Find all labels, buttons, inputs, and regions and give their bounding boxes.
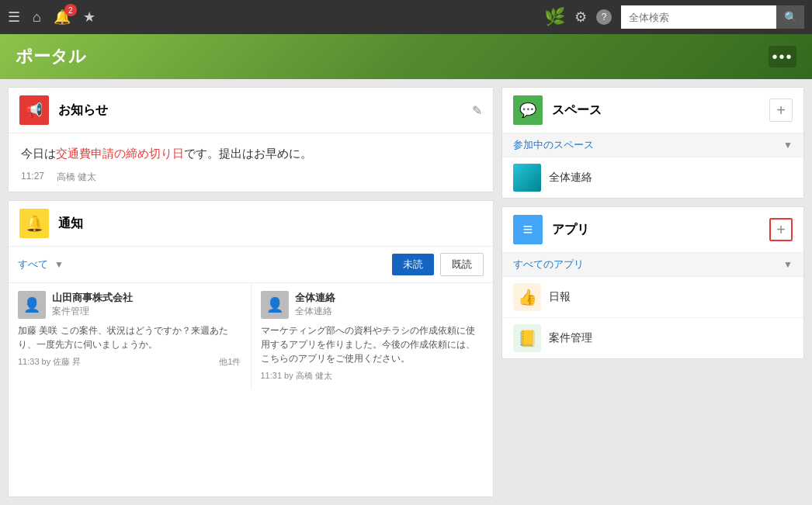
- right-panel: 💬 スペース + 参加中のスペース ▼ 全体連絡 ≡ アプリ + すべてのアプリ: [501, 87, 804, 497]
- notification-header: 🔔 通知: [9, 201, 493, 247]
- notif-item-footer: 11:31 by 高橋 健太: [261, 370, 484, 382]
- spaces-icon: 💬: [513, 95, 543, 125]
- space-name: 全体連絡: [549, 171, 592, 185]
- apps-chevron-icon[interactable]: ▼: [783, 259, 793, 270]
- notification-card: 🔔 通知 すべて ▼ 未読 既読 👤 山田商事株式会社 案件管理: [8, 200, 494, 497]
- space-item[interactable]: 全体連絡: [502, 157, 803, 198]
- bell-badge: 2: [64, 4, 77, 16]
- avatar: 👤: [261, 291, 289, 319]
- filter-all-link[interactable]: すべて: [18, 258, 48, 272]
- bell-wrap[interactable]: 🔔 2: [54, 9, 71, 26]
- notification-items: 👤 山田商事株式会社 案件管理 加藤 美咲 この案件、状況はどうですか？来週あた…: [9, 283, 493, 389]
- home-icon[interactable]: ⌂: [33, 9, 41, 26]
- search-bar: 🔍: [621, 5, 804, 29]
- apps-header: ≡ アプリ +: [502, 207, 803, 253]
- nav-left: ☰ ⌂ 🔔 2 ★: [8, 9, 532, 26]
- spaces-subheader-label: 参加中のスペース: [513, 138, 783, 152]
- top-nav: ☰ ⌂ 🔔 2 ★ 🌿 ⚙ ? 🔍: [0, 0, 812, 34]
- notif-item-footer: 11:33 by 佐藤 昇 他1件: [18, 356, 241, 368]
- btn-read[interactable]: 既読: [440, 253, 484, 276]
- notification-filter-bar: すべて ▼ 未読 既読: [9, 247, 493, 283]
- star-icon[interactable]: ★: [83, 9, 95, 26]
- apps-icon: ≡: [513, 215, 543, 244]
- announcement-text: 今日は交通費申請の締め切り日です。提出はお早めに。: [21, 144, 481, 163]
- app-thumbnail-nippo: 👍: [513, 283, 541, 311]
- apps-subheader-label: すべてのアプリ: [513, 258, 783, 272]
- logo-icon: 🌿: [544, 7, 565, 27]
- portal-more-button[interactable]: •••: [769, 46, 796, 67]
- app-item-nippo[interactable]: 👍 日報: [502, 277, 803, 318]
- announcement-link[interactable]: 交通費申請の締め切り日: [56, 147, 184, 160]
- spaces-header: 💬 スペース +: [502, 88, 803, 133]
- notif-item-more[interactable]: 他1件: [219, 356, 241, 368]
- notif-item-body: 加藤 美咲 この案件、状況はどうですか？来週あたり、一度先方に伺いましょうか。: [18, 323, 241, 351]
- apps-title: アプリ: [552, 222, 769, 238]
- notification-item: 👤 全体連絡 全体連絡 マーケティング部への資料やチラシの作成依頼に使用するアプ…: [252, 283, 494, 389]
- app-name-anken: 案件管理: [549, 331, 592, 345]
- notif-item-company: 山田商事株式会社: [52, 291, 133, 305]
- notification-title: 通知: [58, 216, 482, 232]
- app-item-anken[interactable]: 📒 案件管理: [502, 318, 803, 358]
- help-icon[interactable]: ?: [596, 9, 612, 25]
- apps-section: ≡ アプリ + すべてのアプリ ▼ 👍 日報 📒 案件管理: [501, 206, 804, 359]
- notif-item-app: 案件管理: [52, 305, 133, 318]
- notif-item-company: 全体連絡: [295, 291, 335, 305]
- notif-item-body: マーケティング部への資料やチラシの作成依頼に使用するアプリを作りました。今後の作…: [261, 323, 484, 365]
- gear-icon[interactable]: ⚙: [574, 9, 587, 26]
- portal-title: ポータル: [16, 45, 86, 68]
- apps-subheader: すべてのアプリ ▼: [502, 253, 803, 277]
- filter-chevron-icon[interactable]: ▼: [54, 259, 64, 270]
- space-thumbnail: [513, 164, 541, 192]
- notif-item-time: 11:33 by 佐藤 昇: [18, 356, 81, 368]
- search-input[interactable]: [621, 5, 776, 29]
- left-panel: 📢 お知らせ ✎ 今日は交通費申請の締め切り日です。提出はお早めに。 11:27…: [8, 87, 494, 497]
- notification-icon: 🔔: [19, 209, 49, 238]
- announcement-edit-button[interactable]: ✎: [472, 103, 482, 118]
- avatar: 👤: [18, 291, 46, 319]
- nav-right: 🌿 ⚙ ? 🔍: [544, 5, 804, 29]
- apps-add-button[interactable]: +: [769, 218, 793, 241]
- notif-item-time: 11:31 by 高橋 健太: [261, 370, 332, 382]
- announcement-title: お知らせ: [58, 102, 472, 119]
- announcement-header: 📢 お知らせ ✎: [9, 88, 493, 133]
- announcement-meta: 11:27 高橋 健太: [21, 171, 481, 184]
- announcement-card: 📢 お知らせ ✎ 今日は交通費申請の締め切り日です。提出はお早めに。 11:27…: [8, 87, 494, 192]
- spaces-add-button[interactable]: +: [769, 99, 793, 122]
- search-button[interactable]: 🔍: [776, 5, 804, 29]
- menu-icon[interactable]: ☰: [8, 9, 20, 26]
- spaces-subheader: 参加中のスペース ▼: [502, 133, 803, 157]
- announcement-time: 11:27: [21, 171, 44, 184]
- notif-item-app: 全体連絡: [295, 305, 335, 318]
- spaces-title: スペース: [552, 102, 769, 119]
- announcement-author: 高橋 健太: [57, 171, 96, 184]
- announcement-body: 今日は交通費申請の締め切り日です。提出はお早めに。 11:27 高橋 健太: [9, 133, 493, 192]
- spaces-section: 💬 スペース + 参加中のスペース ▼ 全体連絡: [501, 87, 804, 199]
- announcement-icon: 📢: [19, 95, 49, 125]
- spaces-chevron-icon[interactable]: ▼: [783, 140, 793, 150]
- app-thumbnail-anken: 📒: [513, 324, 541, 352]
- portal-header: ポータル •••: [0, 34, 812, 79]
- notif-item-header: 👤 山田商事株式会社 案件管理: [18, 291, 241, 319]
- btn-unread[interactable]: 未読: [392, 254, 434, 275]
- main-content: 📢 お知らせ ✎ 今日は交通費申請の締め切り日です。提出はお早めに。 11:27…: [0, 79, 812, 505]
- app-name-nippo: 日報: [549, 290, 571, 304]
- notification-item: 👤 山田商事株式会社 案件管理 加藤 美咲 この案件、状況はどうですか？来週あた…: [9, 283, 252, 389]
- notif-item-header: 👤 全体連絡 全体連絡: [261, 291, 484, 319]
- notif-item-info: 山田商事株式会社 案件管理: [52, 291, 133, 318]
- notif-item-info: 全体連絡 全体連絡: [295, 291, 335, 318]
